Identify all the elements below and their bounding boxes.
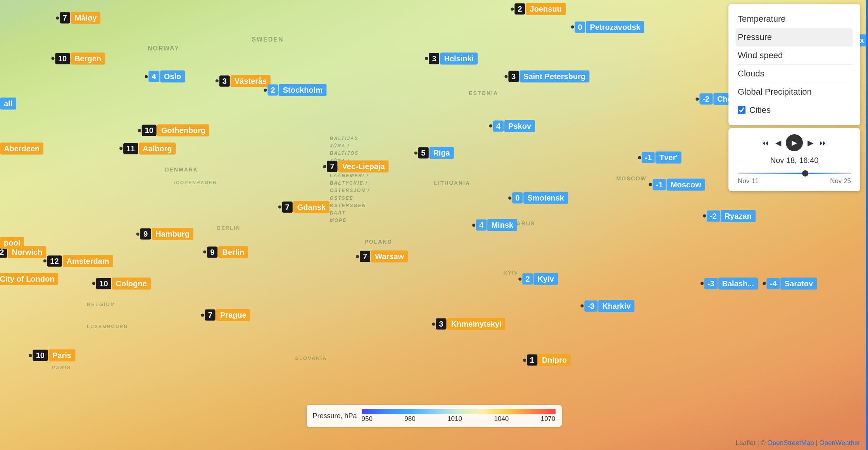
city-dot [489,125,492,128]
city-gdansk: 7 Gdansk [278,201,329,213]
city-value: 10 [96,278,111,289]
city-value: 12 [47,255,62,267]
city-name: Amsterdam [63,255,113,267]
time-slider-container: Nov 11 Nov 25 [736,169,852,185]
city-value: 3 [508,71,519,82]
city-value: 2 [522,273,533,285]
city-gothenburg: 10 Gothenburg [138,125,209,137]
city-name: Joensuu [526,3,566,15]
city-ryazan: -2 Ryazan [703,210,756,222]
city-value: 3 [436,318,446,330]
step-back-button[interactable]: ◀ [774,137,783,149]
city-dnipro: 1 Dnipro [523,354,571,366]
city-name: Berlin [218,246,248,258]
step-forward-button[interactable]: ▶ [806,137,815,149]
city-name: Dnipro [538,354,571,366]
city-aalborg: 11 Aalborg [119,142,176,154]
footer-openweather-link[interactable]: OpenWeather [819,439,860,447]
skip-back-button[interactable]: ⏮ [760,137,771,149]
layer-wind-speed-label: Wind speed [738,50,783,61]
city-berlin: 9 Berlin [203,246,248,258]
city-value: 4 [493,120,504,132]
city-smolensk: 0 Smolensk [508,192,568,204]
city-joensuu: 2 Joensuu [511,3,565,15]
layer-wind-speed[interactable]: Wind speed [736,47,852,65]
city-dot [203,251,206,254]
city-oslo: 4 Oslo [145,71,185,83]
city-amsterdam: 12 Amsterdam [43,255,113,267]
pressure-value-1070: 1070 [541,415,556,423]
city-dot [323,165,326,168]
city-value: 4 [476,220,487,231]
current-time-text: Nov 18, 16:40 [770,156,819,164]
play-button[interactable]: ▶ [786,134,803,151]
footer-openstreetmap-link[interactable]: OpenStreetMap [768,439,814,447]
layer-cities-checkbox[interactable] [738,106,745,114]
city-name: Minsk [487,219,517,231]
pressure-gradient-container: 950 980 1010 1040 1070 [362,409,556,423]
layer-clouds[interactable]: Clouds [736,65,852,83]
city-value: 1 [527,355,537,366]
city-name: Smolensk [523,192,568,204]
city-city-of-london: 13 City of London [0,273,58,285]
city-dot [638,156,641,159]
city-name: Pskov [504,120,535,132]
city-dot [138,129,141,132]
city-name: Kharkiv [599,300,635,312]
city-name: Saint Petersburg [519,71,589,83]
pressure-value-950: 950 [362,415,373,423]
city-moscow: -1 Moscow [649,178,705,190]
city-stockholm: 2 Stockholm [264,84,326,96]
layer-pressure[interactable]: Pressure [736,28,852,47]
city-value: 9 [207,246,217,258]
city-name: Riga [429,147,454,159]
city-cologne: 10 Cologne [92,277,150,289]
map-container[interactable]: NORWAY SWEDEN DENMARK ESTONIA LITHUANIA … [0,0,868,450]
city-dot [264,88,267,92]
city-name: Måløy [71,12,101,24]
layer-temperature[interactable]: Temperature [736,10,852,28]
footer-leaflet: Leaflet | © [735,439,767,447]
right-edge-indicator [866,0,868,450]
city-value: 10 [55,53,70,64]
city-dot [763,282,766,285]
city-name: Ryazan [721,210,756,222]
city-value: -2 [699,93,713,105]
city-dot [511,7,514,10]
city-value: 10 [142,125,156,136]
pressure-scale: 950 980 1010 1040 1070 [362,415,556,423]
layer-temperature-label: Temperature [738,14,786,24]
pressure-value-1040: 1040 [494,415,509,423]
city-tver: -1 Tver' [638,152,682,164]
city-name: pool [0,237,24,249]
city-name: Gdansk [293,201,330,213]
city-warsaw: 7 Warsaw [356,251,408,263]
city-name: Petrozavodsk [586,21,644,33]
city-value: 10 [33,350,48,361]
city-dot [51,57,54,60]
city-dot [43,260,46,263]
skip-forward-button[interactable]: ⏭ [818,137,829,149]
city-dot [518,277,521,280]
layer-cities-label: Cities [749,105,771,115]
layer-cities[interactable]: Cities [736,101,852,119]
pressure-value-1010: 1010 [447,415,462,423]
city-dot [414,151,417,154]
layer-global-precipitation[interactable]: Global Precipitation [736,83,852,101]
time-slider[interactable] [738,173,851,174]
city-khmelnytskyi: 3 Khmelnytskyi [432,318,505,330]
time-end-label: Nov 25 [830,177,851,185]
city-name: Helsinki [440,52,478,64]
city-minsk: 4 Minsk [472,219,517,231]
time-panel: ⏮ ◀ ▶ ▶ ⏭ Nov 18, 16:40 Nov 11 Nov 25 [728,128,860,191]
city-name: City of London [0,273,58,285]
city-value: 5 [418,147,428,159]
city-value: -3 [704,278,718,289]
city-saratov: -4 Saratov [763,277,817,289]
city-name: Bergen [71,52,105,64]
city-value: 4 [149,71,159,82]
city-dot [472,223,475,227]
city-name: Stockholm [279,84,326,96]
city-kyiv: 2 Kyiv [518,273,557,285]
city-value: 9 [140,228,151,240]
